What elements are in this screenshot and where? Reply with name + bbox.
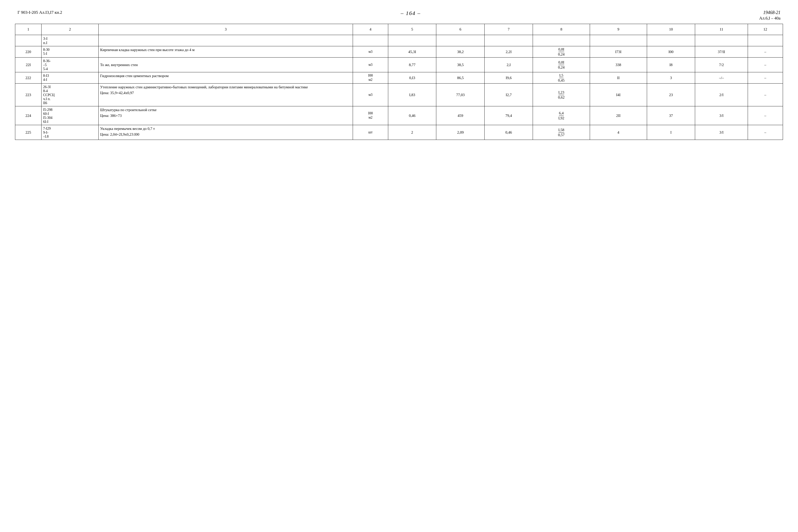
row-col5: 2	[388, 125, 436, 140]
row-col8: I,23 0,62	[533, 83, 590, 106]
row-col7	[484, 35, 533, 46]
row-col11: 2/I	[695, 83, 748, 106]
row-num: 224	[15, 106, 41, 125]
row-col9: 4	[590, 125, 647, 140]
row-col9: 338	[590, 58, 647, 72]
row-ref: 26-3I 8-4 ССРСЦ ч.I п. II6	[41, 83, 99, 106]
row-col11: 7/2	[695, 58, 748, 72]
row-ref: 7-I29 9-I- –I.8	[41, 125, 99, 140]
page-header: Г 903-I-205 Ал.I3,I7 кн.2 – 164 – 19468-…	[15, 10, 783, 21]
row-col12: –	[748, 83, 783, 106]
row-col6: 86,5	[436, 72, 484, 83]
row-col11: 3/I	[695, 125, 748, 140]
row-col9	[590, 35, 647, 46]
row-col10: I00	[647, 46, 695, 58]
row-desc: Гидроизоляция стен цементных раствором	[98, 72, 353, 83]
row-col6: 459	[436, 106, 484, 125]
row-ref: 3-I п.I	[41, 35, 99, 46]
fraction-value: I,58 0,57	[558, 128, 565, 137]
table-row: 225 7-I29 9-I- –I.8 Укладка перемычек ве…	[15, 125, 783, 140]
main-table: 1 2 3 4 5 6 7 8 9 10 11 12 3-I п.I	[15, 24, 783, 140]
row-unit	[353, 35, 388, 46]
fraction-value: 0,8I 0,24	[558, 60, 565, 69]
row-unit: м3	[353, 58, 388, 72]
year-number: 19468-21	[763, 10, 780, 15]
page-number: – 164 –	[401, 10, 421, 17]
row-col8: 0,8I 0,24	[533, 46, 590, 58]
row-col9: I73I	[590, 46, 647, 58]
table-row: 220 8-30 5-I Кирпичная кладка наружных с…	[15, 46, 783, 58]
table-row: 3-I п.I	[15, 35, 783, 46]
table-row: 224 I5-298 60-I I5-304 6I-I Штукатурка п…	[15, 106, 783, 125]
col-header-8: 8	[533, 24, 590, 35]
row-desc: Штукатурка по строительной сетке Цена: 3…	[98, 106, 353, 125]
row-col12: –	[748, 125, 783, 140]
row-desc	[98, 35, 353, 46]
doc-reference-left: Г 903-I-205 Ал.I3,I7 кн.2	[18, 10, 62, 15]
col-header-4: 4	[353, 24, 388, 35]
col-header-1: 1	[15, 24, 41, 35]
row-col8	[533, 35, 590, 46]
col-header-9: 9	[590, 24, 647, 35]
row-col12: –	[748, 58, 783, 72]
row-col5: 0,46	[388, 106, 436, 125]
fraction-value: I,5 0,45	[558, 73, 565, 82]
row-col7: I9,6	[484, 72, 533, 83]
row-col12: –	[748, 106, 783, 125]
row-col10: I8	[647, 58, 695, 72]
row-col10: I	[647, 125, 695, 140]
row-col10: 37	[647, 106, 695, 125]
row-desc: То же, внутренних стен	[98, 58, 353, 72]
row-num	[15, 35, 41, 46]
col-header-10: 10	[647, 24, 695, 35]
row-col6: 77,03	[436, 83, 484, 106]
unit-stacked: I00 м2	[355, 74, 386, 82]
row-num: 222	[15, 72, 41, 83]
row-unit: м3	[353, 46, 388, 58]
row-desc-main: Штукатурка по строительной сетке	[100, 108, 351, 112]
col-header-7: 7	[484, 24, 533, 35]
row-col11: 3/I	[695, 106, 748, 125]
row-col8: I,5 0,45	[533, 72, 590, 83]
fraction-value: 0,8I 0,24	[558, 47, 565, 56]
row-col7: 0,46	[484, 125, 533, 140]
col-header-11: 11	[695, 24, 748, 35]
row-col10: 3	[647, 72, 695, 83]
row-desc-price: Цена: 2,04+2I,9х0,23:I00	[100, 132, 351, 137]
table-header-row: 1 2 3 4 5 6 7 8 9 10 11 12	[15, 24, 783, 35]
row-col12: –	[748, 46, 783, 58]
row-col11	[695, 35, 748, 46]
row-col5	[388, 35, 436, 46]
row-col6: 2,09	[436, 125, 484, 140]
header-right: 19468-21 Ал.6,I – 40а	[759, 10, 780, 21]
table-row: 222 8-I3 4-I Гидроизоляция стен цементны…	[15, 72, 783, 83]
row-col10: 23	[647, 83, 695, 106]
row-col5: 45,3I	[388, 46, 436, 58]
row-col9: II	[590, 72, 647, 83]
row-col10	[647, 35, 695, 46]
row-unit: м3	[353, 83, 388, 106]
row-col7: 2,2I	[484, 46, 533, 58]
unit-stacked: I00 м2	[355, 111, 386, 120]
doc-reference-right: Ал.6,I – 40а	[759, 16, 780, 21]
row-desc-price: Цена: 386+73	[100, 114, 351, 118]
row-col7: I2,7	[484, 83, 533, 106]
row-num: 220	[15, 46, 41, 58]
row-unit: I00 м2	[353, 106, 388, 125]
col-header-6: 6	[436, 24, 484, 35]
row-col7: 79,4	[484, 106, 533, 125]
row-col12	[748, 35, 783, 46]
table-row: 223 26-3I 8-4 ССРСЦ ч.I п. II6 Утепление…	[15, 83, 783, 106]
row-col8: I,58 0,57	[533, 125, 590, 140]
row-col6: 38,2	[436, 46, 484, 58]
col-header-3: 3	[98, 24, 353, 35]
row-ref: I5-298 60-I I5-304 6I-I	[41, 106, 99, 125]
row-desc-price: Цена: 35,9+42,4х0,97	[100, 91, 351, 95]
row-unit: шт	[353, 125, 388, 140]
row-col5: 8,77	[388, 58, 436, 72]
col-header-2: 2	[41, 24, 99, 35]
row-col9: 2II	[590, 106, 647, 125]
row-col5: 0,I3	[388, 72, 436, 83]
row-col12: –	[748, 72, 783, 83]
row-col11: –/–	[695, 72, 748, 83]
